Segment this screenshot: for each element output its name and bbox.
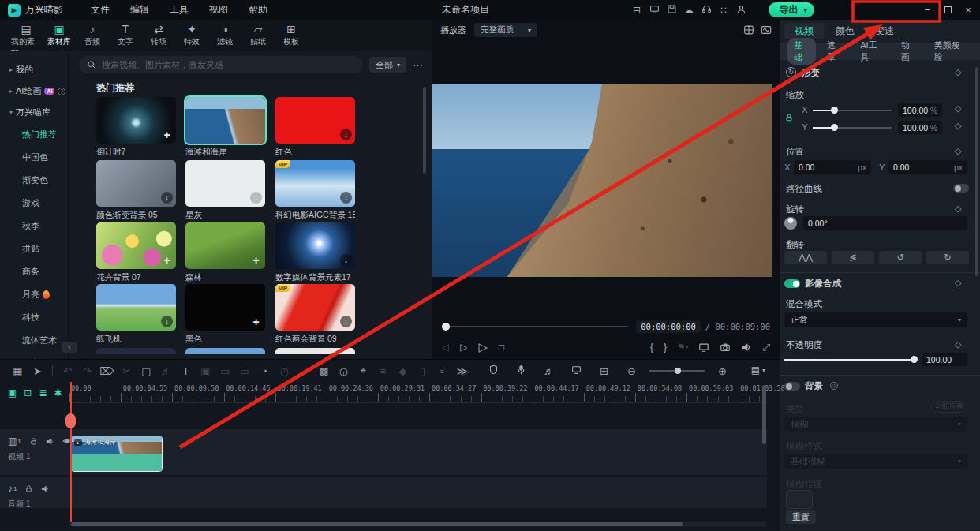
asset-paper-plane[interactable]: ↓ 纸飞机 bbox=[96, 284, 176, 345]
quality-dropdown[interactable]: 完整画质▾ bbox=[474, 23, 537, 37]
translate-icon[interactable]: ▭ bbox=[235, 365, 255, 377]
default-box-icon[interactable]: ▫ bbox=[432, 365, 452, 377]
tab-text[interactable]: T文字 bbox=[110, 23, 140, 47]
seek-handle[interactable] bbox=[442, 323, 450, 331]
rotate-value[interactable]: 0.00° bbox=[803, 216, 967, 230]
help-icon[interactable]: ? bbox=[830, 382, 838, 390]
menu-edit[interactable]: 编辑 bbox=[120, 3, 159, 17]
tab-templates[interactable]: ⊞模板 bbox=[276, 23, 306, 47]
transform-icon[interactable]: ↻ bbox=[786, 67, 796, 77]
previous-frame-button[interactable]: ◁ bbox=[442, 342, 449, 353]
keyframe-icon[interactable]: ◇ bbox=[955, 67, 961, 77]
library-scrollbar[interactable] bbox=[423, 87, 426, 174]
lock-icon[interactable] bbox=[29, 437, 38, 446]
download-icon[interactable]: ↓ bbox=[161, 316, 173, 327]
tab-filters[interactable]: ◑滤镜 bbox=[210, 23, 240, 47]
sidebar-item-business[interactable]: 商务 bbox=[0, 260, 68, 283]
help-icon[interactable]: ? bbox=[58, 88, 65, 95]
audio-mixer-icon[interactable]: ♬ bbox=[539, 365, 559, 377]
rotate-ccw-button[interactable]: ↺ bbox=[879, 251, 922, 264]
sidebar-item-moon[interactable]: 月亮 bbox=[0, 283, 68, 306]
export-button[interactable]: 导出 ▾ bbox=[769, 2, 814, 17]
sidebar-item-collage[interactable]: 拼贴 bbox=[0, 237, 68, 260]
asset-red[interactable]: ↓ 红色 bbox=[275, 97, 355, 158]
keyframe-icon[interactable]: ◇ bbox=[955, 146, 961, 156]
speed-icon[interactable]: ◔ bbox=[255, 365, 275, 377]
asset-forest[interactable]: + 森林 bbox=[185, 222, 265, 283]
keyframe-icon[interactable]: ◇ bbox=[955, 103, 961, 114]
save-icon[interactable] bbox=[663, 4, 680, 17]
subtab-beauty[interactable]: 美颜瘦脸 bbox=[928, 38, 972, 65]
toolbox-icon[interactable]: ▦ bbox=[8, 365, 28, 377]
keyframe-icon[interactable]: ◇ bbox=[955, 121, 961, 131]
opacity-slider[interactable] bbox=[784, 359, 915, 361]
mirror-display-icon[interactable] bbox=[698, 342, 709, 353]
mark-out-button[interactable]: } bbox=[664, 342, 667, 353]
voiceover-icon[interactable] bbox=[511, 365, 531, 377]
next-frame-button[interactable]: ▷ bbox=[460, 342, 467, 353]
shield-icon[interactable] bbox=[484, 365, 503, 377]
keyframe-icon[interactable]: ◇ bbox=[955, 278, 961, 288]
tab-audio[interactable]: ♪音频 bbox=[77, 23, 107, 47]
compositing-toggle[interactable] bbox=[784, 279, 800, 288]
timeline-v-scrollbar[interactable] bbox=[762, 385, 766, 444]
blur-amount-swatch[interactable] bbox=[786, 490, 813, 509]
subtab-animation[interactable]: 动画 bbox=[895, 38, 923, 65]
download-icon[interactable]: ↓ bbox=[161, 192, 173, 204]
scale-y-slider[interactable] bbox=[813, 127, 892, 129]
timer-icon[interactable]: ◶ bbox=[334, 365, 353, 377]
tab-stickers[interactable]: ▱贴纸 bbox=[243, 23, 273, 47]
keyframe-icon[interactable]: ◆ bbox=[393, 365, 413, 377]
text-tool-icon[interactable]: T bbox=[176, 365, 196, 377]
undo-icon[interactable]: ↶ bbox=[58, 365, 77, 377]
path-curve-toggle[interactable] bbox=[953, 184, 969, 193]
download-icon[interactable]: ↓ bbox=[340, 316, 352, 327]
rotate-cw-button[interactable]: ↻ bbox=[926, 251, 969, 264]
tab-effects[interactable]: ✦特效 bbox=[177, 23, 207, 47]
track-manager-button[interactable]: ▤▾ bbox=[751, 365, 765, 376]
crop-icon[interactable]: ▢ bbox=[137, 365, 156, 377]
link-icon[interactable]: ⊡ bbox=[24, 387, 32, 398]
duplicate-icon[interactable]: ▣ bbox=[8, 387, 17, 398]
asset-partial[interactable] bbox=[96, 348, 176, 354]
timeline-clip-beach[interactable]: ▶海滩和海岸 bbox=[71, 436, 163, 472]
asset-flower-bg[interactable]: + 花卉背景 07 bbox=[96, 222, 176, 283]
sidebar-item-gradient[interactable]: 渐变色 bbox=[0, 169, 68, 192]
zoom-slider[interactable] bbox=[649, 370, 705, 372]
volume-icon[interactable] bbox=[741, 342, 752, 353]
add-icon[interactable]: + bbox=[250, 316, 262, 327]
render-preview-icon[interactable]: ▷ bbox=[456, 365, 476, 377]
lock-icon[interactable] bbox=[24, 484, 33, 493]
select-tool-icon[interactable]: ➤ bbox=[28, 365, 47, 377]
tab-stock-library[interactable]: ▣素材库 bbox=[44, 23, 74, 47]
apps-icon[interactable]: ∷ bbox=[715, 5, 732, 16]
asset-countdown7[interactable]: + 倒计时7 bbox=[96, 97, 176, 158]
play-button[interactable]: ▷ bbox=[478, 340, 488, 354]
add-icon[interactable]: + bbox=[161, 254, 173, 266]
lock-ratio-icon[interactable] bbox=[784, 113, 794, 122]
adjust-icon[interactable]: ≡ bbox=[373, 365, 393, 377]
stop-button[interactable]: □ bbox=[499, 342, 504, 353]
speed-ramp-icon[interactable]: ◷ bbox=[275, 365, 294, 377]
keyframe-icon[interactable]: ◇ bbox=[955, 339, 961, 350]
screen-record-icon[interactable] bbox=[567, 365, 586, 377]
blend-mode-dropdown[interactable]: 正常▾ bbox=[784, 312, 967, 327]
opacity-value[interactable]: 100.00 bbox=[922, 353, 967, 366]
asset-digital-media-bg[interactable]: ↓ 数字媒体背景元素17 bbox=[275, 222, 355, 283]
asset-partial[interactable] bbox=[185, 348, 265, 354]
subtab-ai-tools[interactable]: AI工具 bbox=[854, 38, 890, 65]
more-options-button[interactable]: ⋯ bbox=[413, 59, 423, 71]
flag-marker-button[interactable]: ⚑▾ bbox=[677, 342, 688, 353]
tab-color[interactable]: 颜色 bbox=[825, 23, 865, 39]
zoom-out-icon[interactable]: ⊖ bbox=[622, 365, 641, 377]
sidebar-collapse-button[interactable]: ‹ bbox=[62, 342, 77, 353]
blur-style-dropdown[interactable]: 基础模糊▾ bbox=[784, 454, 967, 469]
audio-effect-icon[interactable]: ▣ bbox=[196, 365, 215, 377]
scope-icon[interactable] bbox=[761, 24, 772, 36]
menu-help[interactable]: 帮助 bbox=[238, 3, 278, 17]
rotate-dial[interactable] bbox=[784, 217, 797, 230]
detach-audio-icon[interactable]: ♬ bbox=[156, 365, 176, 377]
asset-black[interactable]: + 黑色 bbox=[185, 284, 265, 345]
account-icon[interactable] bbox=[732, 4, 750, 17]
delete-icon[interactable]: ⌦ bbox=[97, 365, 117, 377]
